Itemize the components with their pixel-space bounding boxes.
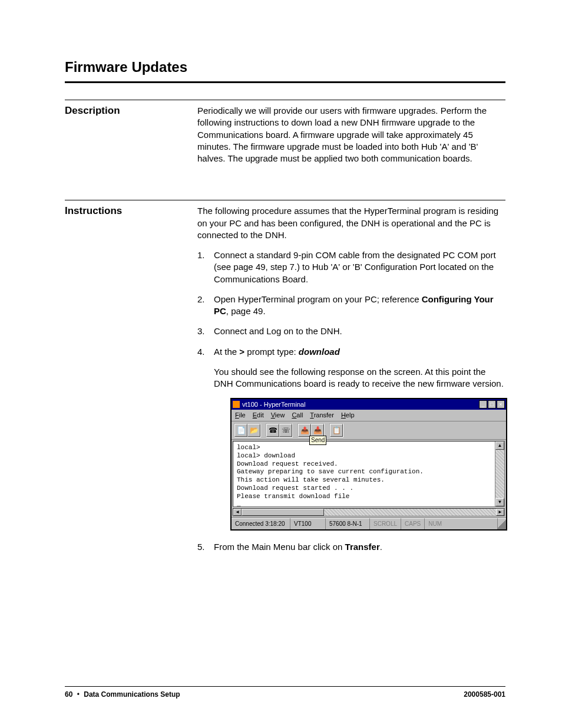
step-4: At the > prompt type: download You shoul… <box>197 346 507 531</box>
step-5: From the Main Menu bar click on Transfer… <box>197 541 507 553</box>
instructions-intro: The following procedure assumes that the… <box>197 205 507 241</box>
step-5-a: From the Main Menu bar click on <box>214 542 345 552</box>
ht-toolbar: 📄 📂 ☎ ☏ 📤 📥 <box>232 421 506 440</box>
step-4-follow: You should see the following response on… <box>214 366 507 390</box>
toolbar-receive-icon[interactable]: 📥 <box>311 424 324 437</box>
send-tooltip: Send <box>309 436 326 445</box>
description-label: Description <box>65 105 197 173</box>
page-title: Firmware Updates <box>65 59 505 83</box>
close-icon[interactable]: × <box>497 400 505 409</box>
menu-view[interactable]: View <box>271 411 285 420</box>
menu-file[interactable]: File <box>235 411 246 420</box>
step-3: Connect and Log on to the DNH. <box>197 325 507 337</box>
status-num: NUM <box>425 518 498 529</box>
horizontal-scrollbar[interactable]: ◄ ► <box>233 508 505 516</box>
page-footer: 60 • Data Communications Setup 2000585-0… <box>65 686 505 699</box>
description-body: Periodically we will provide our users w… <box>197 105 505 164</box>
step-5-bold: Transfer <box>345 542 380 552</box>
scroll-up-icon[interactable]: ▲ <box>495 442 504 450</box>
section-description: Description Periodically we will provide… <box>65 100 505 190</box>
menu-edit[interactable]: Edit <box>253 411 264 420</box>
toolbar-properties-icon[interactable]: 📋 <box>330 424 343 437</box>
toolbar-call-icon[interactable]: ☎ <box>266 424 279 437</box>
status-caps: CAPS <box>401 518 425 529</box>
scroll-down-icon[interactable]: ▼ <box>495 498 504 506</box>
scroll-track-h[interactable] <box>324 509 496 516</box>
terminal-output[interactable]: local> local> download Download request … <box>233 442 495 506</box>
maximize-icon[interactable]: □ <box>488 400 496 409</box>
status-scroll: SCROLL <box>370 518 401 529</box>
ht-statusbar: Connected 3:18:20 VT100 57600 8-N-1 SCRO… <box>232 518 506 529</box>
step-4-b: prompt type: <box>244 347 299 357</box>
footer-section: Data Communications Setup <box>84 690 180 699</box>
scroll-thumb[interactable] <box>242 509 324 516</box>
scroll-left-icon[interactable]: ◄ <box>233 509 242 516</box>
ht-menubar: File Edit View Call Transfer Help <box>232 410 506 421</box>
scroll-right-icon[interactable]: ► <box>496 509 504 516</box>
step-4-cmd: download <box>299 347 340 357</box>
resize-grip-icon[interactable] <box>498 518 506 529</box>
menu-call[interactable]: Call <box>292 411 303 420</box>
ht-app-icon <box>233 401 240 408</box>
step-2-a: Open HyperTerminal program on your PC; r… <box>214 294 422 304</box>
menu-help[interactable]: Help <box>341 411 355 420</box>
minimize-icon[interactable]: _ <box>479 400 487 409</box>
footer-docnum: 2000585-001 <box>464 690 505 699</box>
footer-page-number: 60 <box>65 690 72 699</box>
step-4-prompt: > <box>239 347 244 357</box>
menu-transfer[interactable]: Transfer <box>310 411 334 420</box>
step-2: Open HyperTerminal program on your PC; r… <box>197 294 507 318</box>
status-settings: 57600 8-N-1 <box>326 518 370 529</box>
hyperterminal-window: vt100 - HyperTerminal _ □ × File Edit Vi… <box>230 398 507 530</box>
footer-bullet: • <box>75 690 82 699</box>
toolbar-send-icon[interactable]: 📤 <box>298 424 311 437</box>
ht-title: vt100 - HyperTerminal <box>242 400 478 409</box>
step-5-b: . <box>380 542 382 552</box>
toolbar-hangup-icon[interactable]: ☏ <box>279 424 292 437</box>
status-emulation: VT100 <box>290 518 326 529</box>
step-4-a: At the <box>214 347 239 357</box>
ht-titlebar: vt100 - HyperTerminal _ □ × <box>232 399 506 410</box>
step-2-b: , page 49. <box>226 306 266 316</box>
scroll-track[interactable] <box>495 450 504 498</box>
step-1: Connect a standard 9-pin COM cable from … <box>197 249 507 285</box>
section-instructions: Instructions The following procedure ass… <box>65 200 505 579</box>
vertical-scrollbar[interactable]: ▲ ▼ <box>495 442 504 506</box>
status-connected: Connected 3:18:20 <box>232 518 290 529</box>
toolbar-new-icon[interactable]: 📄 <box>234 424 247 437</box>
toolbar-open-icon[interactable]: 📂 <box>247 424 260 437</box>
instructions-label: Instructions <box>65 205 197 561</box>
